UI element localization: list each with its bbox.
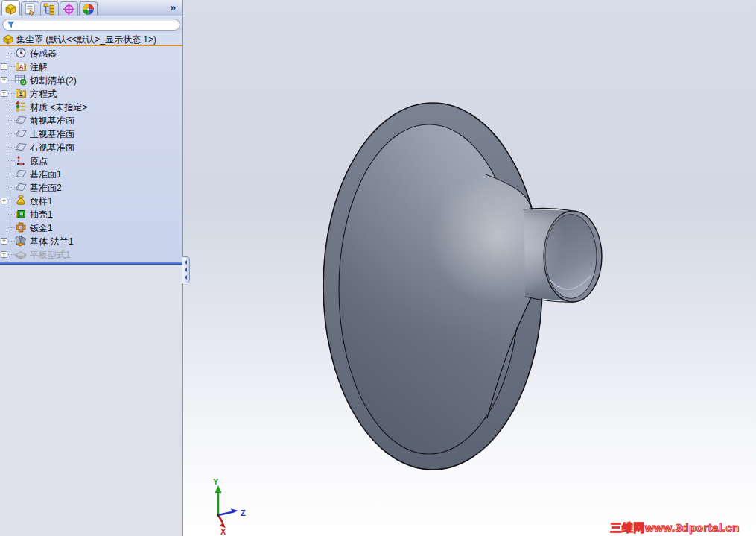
tree-item-label: 右视基准面	[30, 142, 74, 153]
expand-toggle[interactable]: +	[1, 63, 7, 70]
reference-triad: Y Z X	[213, 477, 246, 536]
tab-displaymanager[interactable]	[79, 1, 98, 16]
tree-item-label: 基准面1	[30, 169, 62, 180]
tree-connector	[7, 254, 15, 255]
tree-item-label: 上视基准面	[30, 129, 74, 139]
tree-item-plane2[interactable]: + 基准面2	[0, 180, 182, 194]
expand-toggle[interactable]: +	[1, 77, 7, 83]
tree-root-part[interactable]: 集尘罩 (默认<<默认>_显示状态 1>)	[0, 33, 182, 45]
tree-connector	[7, 214, 15, 215]
tab-featuremanager-design-tree[interactable]	[1, 0, 20, 16]
tree-item-flat-pattern1[interactable]: + 平板型式1	[0, 247, 182, 261]
tree-item-label: 传感器	[30, 48, 57, 59]
tree-item-top-plane[interactable]: + 上视基准面	[0, 127, 182, 140]
tree-item-cut-list[interactable]: + 切割清单(2)	[0, 73, 182, 86]
expand-toggle[interactable]: +	[1, 198, 7, 204]
equations-icon	[15, 87, 27, 99]
tree-connector	[7, 80, 15, 81]
expand-toggle[interactable]: +	[1, 238, 7, 245]
tree-connector	[7, 227, 15, 228]
cut-list-icon	[15, 74, 27, 86]
tree-connector	[7, 133, 15, 134]
panel-empty-area	[0, 265, 182, 536]
triad-x-label: X	[220, 527, 226, 536]
tree-item-sensors[interactable]: + 传感器	[0, 46, 182, 60]
filter-box[interactable]	[2, 19, 180, 31]
tree-connector	[7, 187, 15, 188]
tree-item-shell1[interactable]: + 抽壳1	[0, 207, 182, 221]
material-icon	[15, 101, 27, 113]
part-icon	[2, 33, 14, 45]
origin-icon	[15, 154, 27, 166]
sheet-metal1-icon	[15, 221, 27, 233]
dimxpert-tab-icon	[63, 3, 75, 16]
tabs-overflow-chevron[interactable]: »	[170, 1, 176, 13]
watermark: 三维网www.3dportal.cn	[611, 521, 740, 535]
config-tab-icon	[43, 3, 56, 16]
model-dust-hood[interactable]	[302, 34, 614, 470]
shell1-icon	[15, 208, 27, 220]
tree-item-sheet-metal1[interactable]: + 钣金1	[0, 221, 182, 234]
panel-splitter-handle[interactable]	[182, 256, 190, 283]
tree-item-label: 方程式	[30, 89, 57, 99]
tree-connector	[7, 147, 15, 148]
loft1-icon	[15, 195, 27, 206]
plane2-icon	[15, 181, 27, 193]
solidworks-window: Y Z X 三维网www.3dportal.cn »	[0, 0, 756, 536]
filter-area	[0, 16, 182, 33]
tree-item-right-plane[interactable]: + 右视基准面	[0, 140, 182, 154]
tab-configurationmanager[interactable]	[40, 1, 59, 16]
tree-list: + 传感器 + 注解 + 切割清单(2) + 方程式 + 材质 <未指定> + …	[0, 46, 182, 261]
part-tab-icon	[4, 2, 17, 15]
tree-item-front-plane[interactable]: + 前视基准面	[0, 113, 182, 127]
triad-y-label: Y	[213, 477, 219, 486]
tree-item-origin[interactable]: + 原点	[0, 154, 182, 167]
tree-item-equations[interactable]: + 方程式	[0, 86, 182, 100]
flat-pattern1-icon	[15, 248, 27, 260]
tree-item-loft1[interactable]: + 放样1	[0, 194, 182, 207]
tree-connector	[7, 120, 15, 121]
tree-connector	[7, 66, 15, 67]
tree-item-label: 前视基准面	[30, 116, 74, 126]
tree-item-label: 注解	[30, 62, 48, 72]
tree-connector	[7, 107, 15, 107]
tree-root-label: 集尘罩 (默认<<默认>_显示状态 1>)	[16, 34, 156, 45]
triad-z-label: Z	[241, 508, 246, 517]
tree-connector	[7, 93, 15, 94]
filter-input[interactable]	[18, 20, 176, 29]
front-plane-icon	[15, 114, 27, 126]
property-tab-icon	[24, 3, 36, 16]
tree-item-label: 抽壳1	[30, 209, 53, 220]
tree-connector	[7, 241, 15, 242]
filter-funnel-icon	[7, 20, 15, 29]
tree-item-label: 平板型式1	[30, 250, 71, 260]
base-flange1-icon	[15, 235, 27, 247]
tree-connector	[7, 174, 15, 174]
expand-toggle[interactable]: +	[1, 90, 7, 97]
tree-item-label: 原点	[30, 156, 48, 166]
tree-connector	[7, 160, 15, 161]
tree-item-material[interactable]: + 材质 <未指定>	[0, 100, 182, 113]
tab-dimxpertmanager[interactable]	[60, 1, 78, 16]
graphics-viewport[interactable]: Y Z X 三维网www.3dportal.cn	[183, 0, 756, 536]
tree-item-label: 基体-法兰1	[30, 236, 74, 247]
tree-item-annotations[interactable]: + 注解	[0, 60, 182, 73]
feature-panel-tabs: »	[0, 0, 182, 16]
plane1-icon	[15, 168, 27, 180]
tree-item-label: 切割清单(2)	[30, 75, 77, 86]
tree-item-plane1[interactable]: + 基准面1	[0, 167, 182, 180]
tree-item-label: 基准面2	[30, 183, 62, 193]
tree-connector	[7, 53, 15, 54]
sensors-icon	[15, 47, 27, 59]
feature-tree: 集尘罩 (默认<<默认>_显示状态 1>) + 传感器 + 注解 + 切割清单(…	[0, 33, 182, 262]
display-tab-icon	[82, 3, 95, 16]
featuremanager-panel: » 集尘罩 (默认<<默认>_显示状态 1>) + 传感器 + 注解	[0, 0, 183, 536]
tree-item-label: 材质 <未指定>	[30, 102, 87, 113]
tab-propertymanager[interactable]	[21, 1, 39, 16]
tree-connector	[7, 201, 15, 201]
expand-toggle[interactable]: +	[1, 251, 7, 258]
annotations-icon	[15, 60, 27, 72]
tree-item-base-flange1[interactable]: + 基体-法兰1	[0, 234, 182, 247]
top-plane-icon	[15, 127, 27, 139]
tree-item-label: 钣金1	[30, 223, 53, 233]
